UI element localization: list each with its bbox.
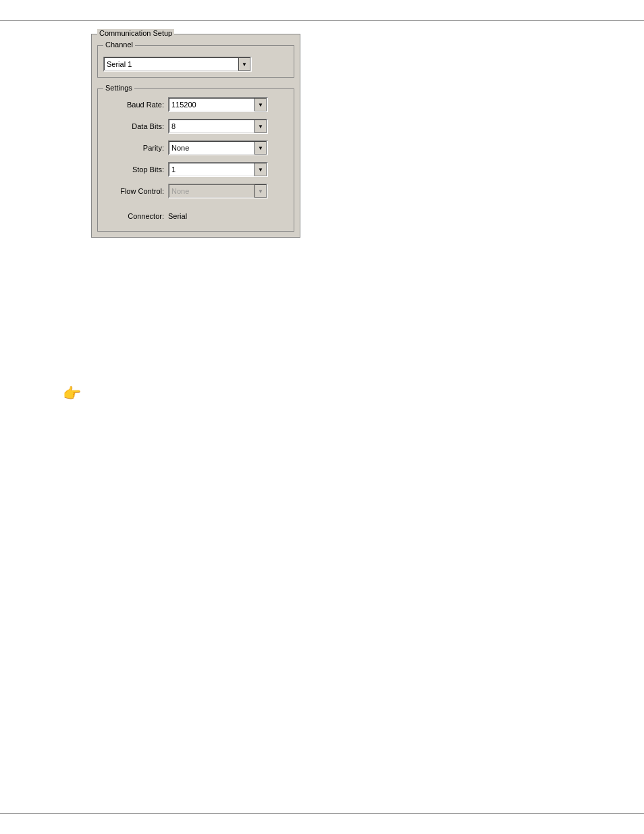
stop-bits-label: Stop Bits: [103, 165, 164, 174]
stop-bits-select[interactable]: 1 1.5 2 [168, 162, 268, 177]
page-content: Communication Setup Channel Serial 1 Ser… [91, 34, 300, 238]
top-border [0, 20, 644, 21]
parity-select-wrapper: None Even Odd Mark Space [168, 140, 268, 155]
data-bits-row: Data Bits: 5 6 7 8 [103, 119, 288, 134]
flow-control-row: Flow Control: None RTS/CTS XON/XOFF [103, 184, 288, 199]
data-bits-label: Data Bits: [103, 122, 164, 130]
baud-rate-select[interactable]: 9600 19200 38400 57600 115200 [168, 97, 268, 112]
tip-icon: 👉 [63, 385, 81, 402]
connector-value: Serial [168, 212, 187, 220]
connector-label: Connector: [103, 212, 164, 220]
channel-select[interactable]: Serial 1 Serial 2 Serial 3 [103, 57, 252, 72]
communication-setup-legend: Communication Setup [97, 29, 174, 37]
parity-row: Parity: None Even Odd Mark Space [103, 140, 288, 155]
settings-group: Settings Baud Rate: 9600 19200 38400 576… [97, 88, 294, 232]
baud-rate-label: Baud Rate: [103, 101, 164, 109]
communication-setup-group: Communication Setup Channel Serial 1 Ser… [91, 34, 300, 238]
channel-legend: Channel [103, 41, 135, 49]
stop-bits-select-wrapper: 1 1.5 2 [168, 162, 268, 177]
data-bits-select-wrapper: 5 6 7 8 [168, 119, 268, 134]
baud-rate-row: Baud Rate: 9600 19200 38400 57600 115200 [103, 97, 288, 112]
settings-legend: Settings [103, 84, 134, 92]
data-bits-select[interactable]: 5 6 7 8 [168, 119, 268, 134]
channel-group: Channel Serial 1 Serial 2 Serial 3 [97, 45, 294, 78]
flow-control-label: Flow Control: [103, 187, 164, 195]
bottom-border [0, 813, 644, 814]
flow-control-select: None RTS/CTS XON/XOFF [168, 184, 268, 199]
parity-label: Parity: [103, 144, 164, 152]
connector-row: Connector: Serial [103, 212, 288, 220]
stop-bits-row: Stop Bits: 1 1.5 2 [103, 162, 288, 177]
channel-select-wrapper: Serial 1 Serial 2 Serial 3 [103, 57, 252, 72]
parity-select[interactable]: None Even Odd Mark Space [168, 140, 268, 155]
baud-rate-select-wrapper: 9600 19200 38400 57600 115200 [168, 97, 268, 112]
flow-control-select-wrapper: None RTS/CTS XON/XOFF [168, 184, 268, 199]
